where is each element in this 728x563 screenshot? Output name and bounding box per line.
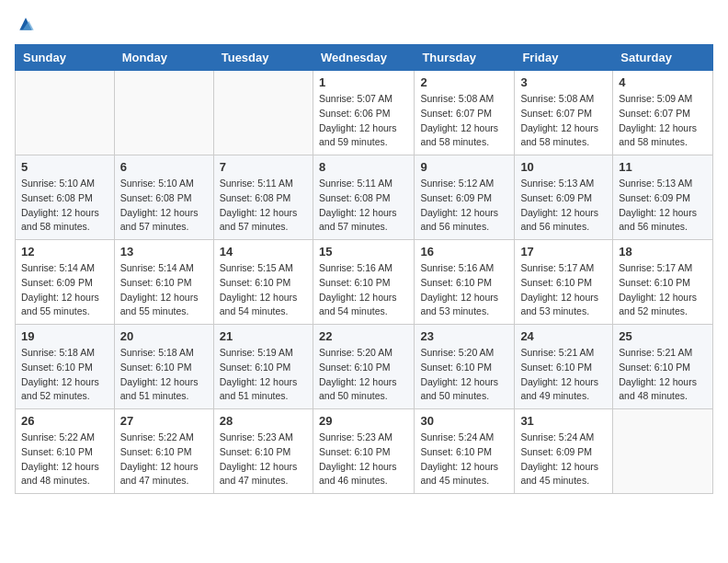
daylight-text: Daylight: 12 hours and 57 minutes. [319, 206, 408, 236]
sunrise-text: Sunrise: 5:16 AM [420, 261, 508, 276]
daylight-text: Daylight: 12 hours and 45 minutes. [420, 460, 508, 489]
day-number: 8 [319, 160, 408, 174]
day-number: 26 [21, 414, 108, 428]
day-info: Sunrise: 5:23 AMSunset: 6:10 PMDaylight:… [319, 431, 408, 488]
calendar-cell: 29Sunrise: 5:23 AMSunset: 6:10 PMDayligh… [313, 409, 414, 494]
sunrise-text: Sunrise: 5:13 AM [619, 177, 707, 191]
weekday-header-tuesday: Tuesday [213, 45, 313, 71]
calendar-cell: 30Sunrise: 5:24 AMSunset: 6:10 PMDayligh… [415, 409, 515, 494]
sunset-text: Sunset: 6:08 PM [120, 191, 208, 206]
day-info: Sunrise: 5:08 AMSunset: 6:07 PMDaylight:… [420, 92, 508, 150]
day-info: Sunrise: 5:18 AMSunset: 6:10 PMDaylight:… [21, 346, 108, 404]
daylight-text: Daylight: 12 hours and 54 minutes. [319, 291, 408, 320]
daylight-text: Daylight: 12 hours and 57 minutes. [220, 206, 307, 236]
day-number: 28 [220, 414, 307, 428]
week-row-2: 5Sunrise: 5:10 AMSunset: 6:08 PMDaylight… [16, 155, 713, 240]
sunrise-text: Sunrise: 5:11 AM [319, 177, 408, 191]
day-number: 10 [520, 160, 607, 174]
sunrise-text: Sunrise: 5:08 AM [420, 92, 508, 107]
calendar-cell: 15Sunrise: 5:16 AMSunset: 6:10 PMDayligh… [313, 240, 414, 325]
sunset-text: Sunset: 6:10 PM [319, 276, 408, 291]
sunset-text: Sunset: 6:08 PM [220, 191, 307, 206]
daylight-text: Daylight: 12 hours and 58 minutes. [420, 121, 508, 151]
day-number: 13 [120, 245, 208, 259]
day-number: 14 [220, 245, 307, 259]
day-info: Sunrise: 5:20 AMSunset: 6:10 PMDaylight:… [319, 346, 408, 404]
weekday-header-monday: Monday [114, 45, 213, 71]
day-number: 11 [619, 160, 707, 174]
week-row-5: 26Sunrise: 5:22 AMSunset: 6:10 PMDayligh… [16, 409, 713, 494]
daylight-text: Daylight: 12 hours and 50 minutes. [319, 375, 408, 405]
calendar-cell: 25Sunrise: 5:21 AMSunset: 6:10 PMDayligh… [613, 325, 713, 409]
sunset-text: Sunset: 6:10 PM [420, 445, 508, 460]
sunset-text: Sunset: 6:07 PM [420, 107, 508, 121]
day-number: 23 [420, 329, 508, 343]
sunrise-text: Sunrise: 5:24 AM [420, 431, 508, 445]
day-number: 4 [619, 75, 707, 89]
daylight-text: Daylight: 12 hours and 55 minutes. [21, 291, 108, 320]
daylight-text: Daylight: 12 hours and 51 minutes. [120, 375, 208, 405]
daylight-text: Daylight: 12 hours and 47 minutes. [220, 460, 307, 489]
calendar-cell: 1Sunrise: 5:07 AMSunset: 6:06 PMDaylight… [313, 71, 414, 155]
day-number: 7 [220, 160, 307, 174]
day-number: 29 [319, 414, 408, 428]
daylight-text: Daylight: 12 hours and 58 minutes. [520, 121, 607, 151]
calendar-cell: 11Sunrise: 5:13 AMSunset: 6:09 PMDayligh… [613, 155, 713, 240]
day-number: 27 [120, 414, 208, 428]
sunset-text: Sunset: 6:10 PM [220, 445, 307, 460]
calendar-cell: 27Sunrise: 5:22 AMSunset: 6:10 PMDayligh… [114, 409, 213, 494]
day-number: 9 [420, 160, 508, 174]
day-info: Sunrise: 5:16 AMSunset: 6:10 PMDaylight:… [420, 261, 508, 319]
calendar-cell: 31Sunrise: 5:24 AMSunset: 6:09 PMDayligh… [515, 409, 613, 494]
day-info: Sunrise: 5:16 AMSunset: 6:10 PMDaylight:… [319, 261, 408, 319]
calendar-cell [16, 71, 115, 155]
day-number: 31 [520, 414, 607, 428]
sunrise-text: Sunrise: 5:24 AM [520, 431, 607, 445]
daylight-text: Daylight: 12 hours and 53 minutes. [520, 291, 607, 320]
sunset-text: Sunset: 6:10 PM [120, 276, 208, 291]
sunset-text: Sunset: 6:10 PM [120, 361, 208, 375]
calendar-cell: 14Sunrise: 5:15 AMSunset: 6:10 PMDayligh… [213, 240, 313, 325]
weekday-header-wednesday: Wednesday [313, 45, 414, 71]
day-number: 20 [120, 329, 208, 343]
sunset-text: Sunset: 6:10 PM [420, 361, 508, 375]
daylight-text: Daylight: 12 hours and 57 minutes. [120, 206, 208, 236]
calendar-cell: 16Sunrise: 5:16 AMSunset: 6:10 PMDayligh… [415, 240, 515, 325]
sunset-text: Sunset: 6:10 PM [319, 445, 408, 460]
daylight-text: Daylight: 12 hours and 55 minutes. [120, 291, 208, 320]
sunset-text: Sunset: 6:09 PM [520, 191, 607, 206]
day-info: Sunrise: 5:13 AMSunset: 6:09 PMDaylight:… [619, 177, 707, 235]
day-number: 22 [319, 329, 408, 343]
week-row-1: 1Sunrise: 5:07 AMSunset: 6:06 PMDaylight… [16, 71, 713, 155]
sunrise-text: Sunrise: 5:18 AM [120, 346, 208, 361]
day-number: 17 [520, 245, 607, 259]
sunrise-text: Sunrise: 5:21 AM [619, 346, 707, 361]
week-row-3: 12Sunrise: 5:14 AMSunset: 6:09 PMDayligh… [16, 240, 713, 325]
weekday-header-thursday: Thursday [415, 45, 515, 71]
sunrise-text: Sunrise: 5:12 AM [420, 177, 508, 191]
day-info: Sunrise: 5:22 AMSunset: 6:10 PMDaylight:… [120, 431, 208, 488]
day-number: 19 [21, 329, 108, 343]
day-info: Sunrise: 5:12 AMSunset: 6:09 PMDaylight:… [420, 177, 508, 235]
daylight-text: Daylight: 12 hours and 48 minutes. [21, 460, 108, 489]
calendar-cell: 23Sunrise: 5:20 AMSunset: 6:10 PMDayligh… [415, 325, 515, 409]
calendar-cell: 20Sunrise: 5:18 AMSunset: 6:10 PMDayligh… [114, 325, 213, 409]
weekday-header-friday: Friday [515, 45, 613, 71]
sunset-text: Sunset: 6:09 PM [520, 445, 607, 460]
daylight-text: Daylight: 12 hours and 45 minutes. [520, 460, 607, 489]
sunrise-text: Sunrise: 5:22 AM [21, 431, 108, 445]
calendar-cell [213, 71, 313, 155]
daylight-text: Daylight: 12 hours and 56 minutes. [619, 206, 707, 236]
sunset-text: Sunset: 6:10 PM [520, 361, 607, 375]
day-info: Sunrise: 5:23 AMSunset: 6:10 PMDaylight:… [220, 431, 307, 488]
day-info: Sunrise: 5:11 AMSunset: 6:08 PMDaylight:… [220, 177, 307, 235]
sunrise-text: Sunrise: 5:22 AM [120, 431, 208, 445]
day-info: Sunrise: 5:09 AMSunset: 6:07 PMDaylight:… [619, 92, 707, 150]
sunrise-text: Sunrise: 5:15 AM [220, 261, 307, 276]
day-info: Sunrise: 5:13 AMSunset: 6:09 PMDaylight:… [520, 177, 607, 235]
calendar-cell: 4Sunrise: 5:09 AMSunset: 6:07 PMDaylight… [613, 71, 713, 155]
day-info: Sunrise: 5:08 AMSunset: 6:07 PMDaylight:… [520, 92, 607, 150]
sunrise-text: Sunrise: 5:23 AM [220, 431, 307, 445]
day-number: 3 [520, 75, 607, 89]
sunset-text: Sunset: 6:07 PM [619, 107, 707, 121]
